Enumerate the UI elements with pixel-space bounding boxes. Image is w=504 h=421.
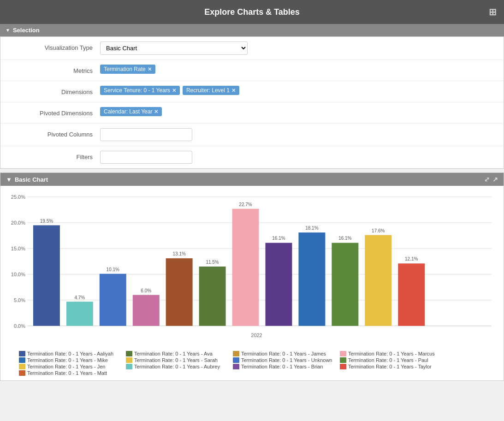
legend-item-unknown: Termination Rate: 0 - 1 Years - Unknown (233, 357, 334, 363)
bar-james (365, 235, 391, 326)
filters-row: Filters (0, 146, 504, 168)
svg-text:18.1%: 18.1% (305, 225, 318, 231)
dimension-tag-recruiter-label: Recruiter: Level 1 (186, 87, 230, 94)
viz-type-select[interactable]: Basic Chart Bar Chart Line Chart Pie Cha… (100, 42, 248, 55)
chart-section: ▼ Basic Chart ⤢ ↗ 25.0% 20.0% 15.0% 10.0… (0, 172, 504, 381)
pivoted-dimension-tag-calendar[interactable]: Calendar: Last Year ✕ (100, 107, 162, 116)
metrics-tag-remove[interactable]: ✕ (148, 66, 152, 72)
bar-brian (332, 243, 358, 326)
legend-label-mike: Termination Rate: 0 - 1 Years - Mike (27, 357, 108, 363)
svg-text:0.0%: 0.0% (14, 323, 25, 329)
metrics-tag-termination-rate[interactable]: Termination Rate ✕ (100, 65, 155, 74)
legend-label-aaliyah: Termination Rate: 0 - 1 Years - Aaliyah (27, 351, 113, 356)
external-link-icon[interactable]: ↗ (492, 176, 498, 183)
pivoted-dimensions-content: Calendar: Last Year ✕ (100, 107, 496, 116)
viz-type-row: Visualization Type Basic Chart Bar Chart… (0, 37, 504, 60)
legend-item-james: Termination Rate: 0 - 1 Years - James (233, 351, 334, 356)
dimensions-content: Service Tenure: 0 - 1 Years ✕ Recruiter:… (100, 86, 496, 95)
dimensions-row: Dimensions Service Tenure: 0 - 1 Years ✕… (0, 81, 504, 102)
bar-paul (298, 232, 325, 326)
metrics-tag-label: Termination Rate (104, 66, 146, 72)
bar-unknown (100, 274, 126, 326)
legend-item-jen: Termination Rate: 0 - 1 Years - Jen (19, 364, 120, 369)
svg-text:11.5%: 11.5% (206, 260, 219, 265)
pivoted-columns-content (100, 128, 496, 141)
dimension-tag-service-tenure-label: Service Tenure: 0 - 1 Years (104, 87, 170, 94)
filters-input[interactable] (100, 151, 192, 164)
legend-label-jen: Termination Rate: 0 - 1 Years - Jen (27, 364, 105, 369)
filters-label: Filters (8, 151, 100, 160)
chart-legend: Termination Rate: 0 - 1 Years - Aaliyah … (0, 347, 504, 380)
legend-item-paul: Termination Rate: 0 - 1 Years - Paul (340, 357, 441, 363)
bar-pivot (232, 209, 259, 326)
svg-text:2022: 2022 (251, 332, 262, 338)
legend-item-taylor: Termination Rate: 0 - 1 Years - Taylor (340, 364, 441, 369)
legend-swatch-brian (233, 364, 239, 369)
dimensions-label: Dimensions (8, 86, 100, 95)
svg-text:6.0%: 6.0% (141, 288, 151, 293)
pivoted-dimension-tag-calendar-remove[interactable]: ✕ (154, 109, 158, 115)
dimension-tag-recruiter[interactable]: Recruiter: Level 1 ✕ (183, 86, 239, 95)
svg-text:22.7%: 22.7% (239, 202, 252, 207)
chart-area: 25.0% 20.0% 15.0% 10.0% 5.0% 0.0% 19.5% (0, 186, 504, 347)
pivoted-columns-label: Pivoted Columns (8, 128, 100, 138)
bar-aaliyah (33, 225, 60, 326)
pivoted-dimensions-label: Pivoted Dimensions (8, 107, 100, 117)
legend-item-matt: Termination Rate: 0 - 1 Years - Matt (19, 370, 120, 376)
legend-swatch-paul (340, 357, 346, 363)
svg-text:13.1%: 13.1% (172, 251, 185, 256)
legend-swatch-aaliyah (19, 351, 25, 356)
selection-section-header[interactable]: ▼ Selection (0, 24, 504, 36)
dimension-tag-recruiter-remove[interactable]: ✕ (231, 88, 236, 94)
svg-text:25.0%: 25.0% (11, 194, 25, 200)
bar-mike (265, 243, 292, 326)
expand-icon[interactable]: ⤢ (484, 176, 490, 183)
svg-text:17.6%: 17.6% (372, 228, 385, 233)
chart-header: ▼ Basic Chart ⤢ ↗ (0, 173, 504, 186)
chart-section-label: Basic Chart (15, 176, 48, 183)
metrics-content: Termination Rate ✕ (100, 65, 496, 74)
legend-swatch-sarah (126, 357, 132, 363)
legend-swatch-marcus (340, 351, 346, 356)
chart-header-left: ▼ Basic Chart (6, 176, 48, 183)
filters-content (100, 151, 496, 164)
page-title: Explore Charts & Tables (204, 7, 300, 17)
pivoted-dimension-tag-calendar-label: Calendar: Last Year (104, 108, 152, 115)
pivoted-columns-input[interactable] (100, 128, 192, 141)
legend-label-sarah: Termination Rate: 0 - 1 Years - Sarah (134, 357, 218, 363)
legend-item-ava: Termination Rate: 0 - 1 Years - Ava (126, 351, 227, 356)
chevron-down-icon: ▼ (6, 28, 10, 33)
svg-text:15.0%: 15.0% (11, 246, 25, 251)
app-container: Explore Charts & Tables ⊞ ▼ Selection Vi… (0, 0, 504, 381)
grid-icon[interactable]: ⊞ (489, 6, 497, 18)
legend-swatch-mike (19, 357, 25, 363)
svg-text:12.1%: 12.1% (405, 256, 418, 261)
legend-item-marcus: Termination Rate: 0 - 1 Years - Marcus (340, 351, 441, 356)
svg-text:19.5%: 19.5% (40, 219, 53, 224)
pivoted-dimensions-row: Pivoted Dimensions Calendar: Last Year ✕ (0, 102, 504, 124)
bar-chart-svg: 25.0% 20.0% 15.0% 10.0% 5.0% 0.0% 19.5% (8, 190, 496, 347)
page-header: Explore Charts & Tables ⊞ (0, 0, 504, 24)
legend-swatch-ava (126, 351, 132, 356)
legend-item-aubrey: Termination Rate: 0 - 1 Years - Aubrey (126, 364, 227, 369)
legend-label-aubrey: Termination Rate: 0 - 1 Years - Aubrey (134, 364, 220, 369)
legend-swatch-matt (19, 370, 25, 376)
legend-label-marcus: Termination Rate: 0 - 1 Years - Marcus (348, 351, 435, 356)
legend-item-sarah: Termination Rate: 0 - 1 Years - Sarah (126, 357, 227, 363)
svg-text:10.0%: 10.0% (11, 272, 25, 277)
dimension-tag-service-tenure-remove[interactable]: ✕ (172, 88, 176, 94)
legend-swatch-unknown (233, 357, 239, 363)
legend-swatch-jen (19, 364, 25, 369)
svg-text:5.0%: 5.0% (14, 297, 25, 303)
svg-text:20.0%: 20.0% (11, 220, 25, 225)
metrics-row: Metrics Termination Rate ✕ (0, 60, 504, 81)
bar-marcus (66, 302, 93, 326)
bar-aubrey (133, 295, 160, 326)
selection-panel: Visualization Type Basic Chart Bar Chart… (0, 36, 504, 169)
selection-label: Selection (13, 27, 40, 34)
metrics-label: Metrics (8, 65, 100, 74)
viz-type-content: Basic Chart Bar Chart Line Chart Pie Cha… (100, 42, 496, 55)
dimension-tag-service-tenure[interactable]: Service Tenure: 0 - 1 Years ✕ (100, 86, 180, 95)
bar-matt (166, 258, 193, 326)
bar-taylor (398, 263, 425, 326)
